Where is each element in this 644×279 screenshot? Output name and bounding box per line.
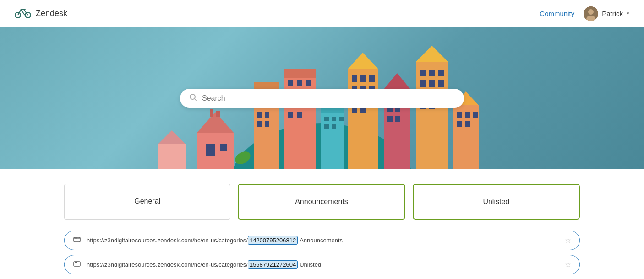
url-id-1: 14200795206812 <box>248 236 298 245</box>
svg-rect-81 <box>457 112 462 118</box>
svg-rect-57 <box>360 107 366 113</box>
svg-rect-84 <box>457 121 462 127</box>
search-icon <box>189 93 197 103</box>
svg-rect-12 <box>210 109 213 117</box>
svg-rect-65 <box>387 116 393 122</box>
svg-point-93 <box>76 238 77 239</box>
url-label-1: Announcements <box>300 237 343 244</box>
logo-text: Zendesk <box>36 9 67 18</box>
search-container <box>180 89 464 108</box>
svg-rect-85 <box>465 121 470 127</box>
svg-rect-73 <box>429 80 435 87</box>
category-label-general: General <box>134 197 160 205</box>
community-link[interactable]: Community <box>540 10 574 17</box>
url-row-announcements: https://z3ndigitalresources.zendesk.com/… <box>64 231 580 250</box>
category-card-announcements[interactable]: Announcements <box>238 184 405 220</box>
svg-rect-10 <box>206 144 215 156</box>
svg-rect-46 <box>348 69 378 169</box>
svg-rect-25 <box>265 121 269 127</box>
url-base-2: https://z3ndigitalresources.zendesk.com/… <box>87 261 248 268</box>
header: Zendesk Community Patrick ▾ <box>0 0 644 27</box>
url-row-unlisted: https://z3ndigitalresources.zendesk.com/… <box>64 255 580 274</box>
svg-rect-44 <box>324 124 329 129</box>
logo-area: Zendesk <box>15 6 67 21</box>
svg-rect-71 <box>438 70 444 76</box>
svg-rect-43 <box>339 117 344 121</box>
svg-rect-26 <box>284 73 316 169</box>
category-card-general[interactable]: General <box>64 184 230 220</box>
star-icon-1[interactable]: ☆ <box>565 236 571 245</box>
url-icon-2 <box>73 260 81 269</box>
svg-rect-49 <box>360 75 366 82</box>
svg-rect-45 <box>332 124 336 129</box>
svg-rect-11 <box>220 144 227 151</box>
url-text-1: https://z3ndigitalresources.zendesk.com/… <box>87 236 559 245</box>
svg-marker-68 <box>416 46 448 62</box>
svg-marker-9 <box>197 112 234 133</box>
url-text-2: https://z3ndigitalresources.zendesk.com/… <box>87 260 559 269</box>
svg-rect-13 <box>216 111 220 117</box>
avatar <box>584 6 598 21</box>
svg-rect-67 <box>416 62 448 169</box>
url-id-2: 15687921272604 <box>248 260 298 269</box>
svg-rect-50 <box>369 75 375 82</box>
svg-rect-48 <box>352 75 357 82</box>
svg-marker-47 <box>348 53 378 69</box>
svg-rect-82 <box>465 112 470 118</box>
svg-point-4 <box>588 9 594 15</box>
user-name: Patrick <box>602 10 623 17</box>
svg-rect-86 <box>158 144 186 169</box>
url-base-1: https://z3ndigitalresources.zendesk.com/… <box>87 237 248 244</box>
svg-rect-38 <box>297 112 302 118</box>
svg-rect-29 <box>297 80 302 86</box>
categories-grid: General Announcements Unlisted <box>64 184 580 220</box>
svg-rect-37 <box>288 112 293 118</box>
category-card-unlisted[interactable]: Unlisted <box>413 184 580 220</box>
svg-point-92 <box>75 238 76 239</box>
svg-rect-42 <box>332 117 336 121</box>
category-label-unlisted: Unlisted <box>483 198 509 205</box>
svg-rect-22 <box>257 112 262 118</box>
svg-rect-24 <box>257 121 262 127</box>
svg-rect-72 <box>420 80 426 87</box>
categories-section: General Announcements Unlisted https://z… <box>0 169 644 279</box>
svg-rect-74 <box>438 80 444 87</box>
svg-line-89 <box>195 99 197 101</box>
svg-rect-83 <box>473 112 478 118</box>
user-menu[interactable]: Patrick ▾ <box>584 6 629 21</box>
svg-rect-30 <box>306 80 311 86</box>
url-label-2: Unlisted <box>300 261 321 268</box>
url-rows: https://z3ndigitalresources.zendesk.com/… <box>64 231 580 274</box>
header-right: Community Patrick ▾ <box>540 6 629 21</box>
logo-icon <box>15 6 31 21</box>
svg-rect-28 <box>288 80 293 86</box>
chevron-down-icon: ▾ <box>627 11 629 16</box>
svg-marker-59 <box>384 73 410 89</box>
svg-rect-23 <box>265 112 269 118</box>
category-label-announcements: Announcements <box>295 198 348 205</box>
search-box <box>180 89 464 108</box>
hero-banner <box>0 27 644 169</box>
svg-point-97 <box>76 262 77 263</box>
search-input[interactable] <box>202 94 455 102</box>
svg-rect-56 <box>352 107 357 113</box>
star-icon-2[interactable]: ☆ <box>565 260 571 269</box>
url-icon-1 <box>73 236 81 245</box>
svg-point-96 <box>75 262 76 263</box>
svg-marker-87 <box>158 130 186 144</box>
svg-point-2 <box>21 9 22 10</box>
svg-rect-70 <box>429 70 435 76</box>
svg-rect-27 <box>284 69 316 78</box>
svg-rect-41 <box>324 117 329 121</box>
svg-rect-69 <box>420 70 426 76</box>
svg-rect-66 <box>395 116 400 122</box>
